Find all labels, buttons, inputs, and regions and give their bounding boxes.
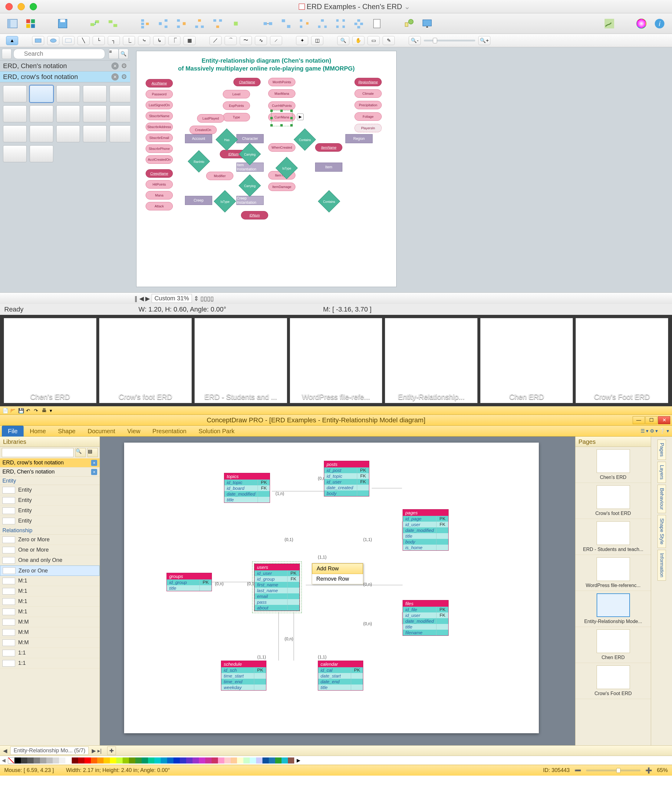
diagram-node[interactable]: Foliage [354, 112, 382, 121]
tool-icon[interactable] [298, 17, 310, 30]
stencil-item[interactable]: Entity [0, 495, 99, 505]
diagram-node[interactable]: ExpPoints [223, 101, 250, 110]
diagram-node[interactable]: Contains [294, 128, 316, 151]
save-icon[interactable] [56, 17, 69, 30]
diagram-node[interactable]: Mana [146, 191, 173, 200]
tool-icon[interactable] [280, 17, 293, 30]
color-swatch[interactable] [205, 757, 211, 763]
diagram-node[interactable]: RegionName [354, 78, 382, 86]
smart-action-button[interactable]: ▶ [297, 114, 304, 120]
hypernote-icon[interactable] [403, 17, 415, 30]
color-swatch[interactable] [129, 757, 135, 763]
table-tool[interactable]: ▦ [184, 36, 195, 45]
color-wheel-icon[interactable] [635, 17, 648, 30]
color-swatch[interactable] [104, 757, 110, 763]
qat-icon[interactable]: 💾 [18, 408, 24, 413]
tool-icon[interactable] [229, 17, 242, 30]
stencil[interactable] [56, 85, 80, 102]
db-table-posts[interactable]: postsid_postPKid_topicFKid_userFKdate_cr… [324, 461, 369, 496]
diagram-node[interactable]: MaxMana [268, 89, 296, 98]
zoom-button[interactable] [30, 3, 37, 10]
diagram-node[interactable]: AcctName [146, 79, 173, 88]
zoom-readout[interactable]: Custom 31% [152, 294, 192, 303]
stencil-item[interactable]: M:M [0, 638, 99, 648]
stencil-item[interactable]: One or More [0, 545, 99, 555]
stencil[interactable] [83, 125, 107, 142]
db-table-groups[interactable]: groupsid_groupPKtitle [166, 573, 212, 591]
stencil-item[interactable]: M:1 [0, 576, 99, 586]
library-row[interactable]: ERD, crow's foot notation×⚙ [0, 72, 130, 82]
tool-icon[interactable] [262, 17, 274, 30]
presentation-icon[interactable] [421, 17, 434, 30]
side-tab[interactable]: Information [658, 550, 666, 581]
library-options-button[interactable]: ▤ [88, 448, 98, 457]
color-swatch[interactable] [243, 757, 250, 763]
color-swatch[interactable] [256, 757, 262, 763]
stencil[interactable] [3, 106, 27, 122]
color-swatch[interactable] [53, 757, 59, 763]
tool-icon[interactable] [175, 17, 188, 30]
stencil[interactable] [3, 125, 27, 142]
hand-tool[interactable]: ✋ [352, 36, 365, 45]
stencil-item[interactable]: M:1 [0, 607, 99, 617]
minimize-button[interactable] [18, 3, 25, 10]
add-page-button[interactable]: ✚ [107, 747, 116, 755]
libraries-search-input[interactable] [2, 448, 74, 457]
color-swatch[interactable] [46, 757, 53, 763]
connector-tool[interactable]: ┐ [108, 36, 120, 45]
diagram-node[interactable]: Character [237, 134, 264, 143]
maximize-button[interactable]: ☐ [645, 416, 658, 424]
close-button[interactable]: ✕ [658, 416, 670, 424]
color-panel-icon[interactable] [24, 17, 37, 30]
ribbon-tab[interactable]: Document [82, 425, 121, 437]
diagram-node[interactable]: Creep [185, 196, 212, 205]
rect-tool[interactable] [32, 36, 44, 45]
color-swatch[interactable] [123, 757, 129, 763]
pointer-tool[interactable]: ▲ [6, 36, 18, 45]
stencil-item[interactable]: Entity [0, 516, 99, 526]
stencil-item[interactable]: Entity [0, 505, 99, 516]
color-swatch[interactable] [218, 757, 224, 763]
stencil[interactable] [30, 85, 53, 102]
line-draw-tool[interactable]: ／ [210, 36, 222, 45]
color-swatch[interactable] [180, 757, 186, 763]
tool-icon[interactable] [316, 17, 329, 30]
stencil-item[interactable]: M:1 [0, 597, 99, 607]
color-swatch[interactable] [21, 757, 27, 763]
stencil-item[interactable]: M:M [0, 617, 99, 627]
stencil[interactable] [30, 106, 53, 122]
no-fill-swatch[interactable] [8, 757, 14, 763]
stencil[interactable] [56, 125, 80, 142]
diagram-node[interactable]: IsType [214, 190, 236, 213]
qat-icon[interactable]: 📄 [2, 408, 8, 413]
diagram-node[interactable]: SbscrbrAddress [146, 123, 173, 131]
page-thumb[interactable]: Entity-Relationship Mode... [576, 591, 651, 627]
stencil[interactable] [3, 145, 27, 162]
arc-tool[interactable]: ⌒ [225, 36, 237, 45]
page-tab[interactable]: Entity-Relationship Mo... (5/7) [10, 747, 89, 755]
diagram-node[interactable]: Climate [354, 89, 382, 98]
gear-icon[interactable]: ⚙ [121, 62, 127, 70]
text-tool[interactable] [62, 36, 74, 45]
diagram-node[interactable]: MonthPoints [268, 78, 296, 86]
stencil[interactable] [83, 106, 107, 122]
color-swatch[interactable] [91, 757, 97, 763]
menu-item-remove-row[interactable]: Remove Row [312, 574, 363, 584]
color-swatch[interactable] [262, 757, 269, 763]
zoom-in-button[interactable]: ➕ [645, 767, 652, 774]
color-swatch[interactable] [199, 757, 205, 763]
stencil[interactable] [110, 106, 133, 122]
qat-icon[interactable]: 📂 [10, 408, 16, 413]
color-swatch[interactable] [275, 757, 282, 763]
zoom-out-button[interactable]: ➖ [574, 767, 581, 774]
page-thumb[interactable]: Crow's Foot ERD [576, 663, 651, 699]
diagram-node[interactable]: Level [223, 90, 250, 98]
stencil[interactable] [30, 125, 53, 142]
page-icon[interactable] [371, 17, 383, 30]
color-swatch[interactable] [142, 757, 148, 763]
stencil-item[interactable]: M:1 [0, 586, 99, 597]
diagram-node[interactable]: Carrying [238, 143, 261, 165]
diagram-node[interactable]: Precipitation [354, 101, 382, 109]
ribbon-tab[interactable]: File [2, 425, 24, 437]
sidebar-search-input[interactable] [13, 49, 105, 59]
